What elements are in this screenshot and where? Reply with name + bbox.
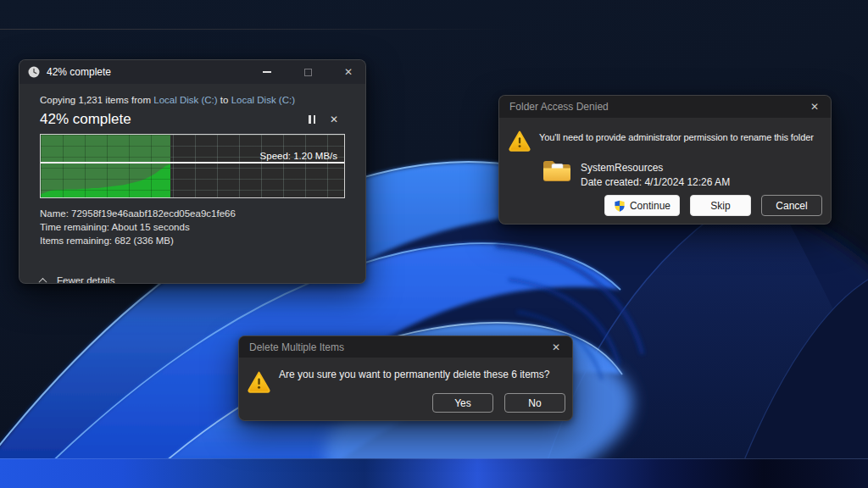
skip-button[interactable]: Skip xyxy=(690,195,751,216)
wallpaper-bottom-band xyxy=(0,458,868,488)
close-button[interactable]: ✕ xyxy=(798,96,831,118)
source-disk-label: Local Disk (C:) xyxy=(153,95,217,105)
fewer-details-label: Fewer details xyxy=(57,275,114,284)
minimize-button[interactable] xyxy=(250,60,284,84)
no-button[interactable]: No xyxy=(504,393,565,413)
detail-time-remaining: Time remaining: About 15 seconds xyxy=(40,220,345,234)
copy-titlebar[interactable]: 42% complete ✕ xyxy=(19,60,365,84)
window-title: Delete Multiple Items xyxy=(249,341,344,353)
copy-status-line: Copying 1,231 items from Local Disk (C:)… xyxy=(40,95,345,105)
folder-date-created: Date created: 4/1/2024 12:26 AM xyxy=(581,176,730,188)
permission-message: You'll need to provide administrator per… xyxy=(539,132,814,142)
warning-icon xyxy=(248,370,270,393)
folder-titlebar[interactable]: Folder Access Denied ✕ xyxy=(499,96,831,118)
delete-body: Are you sure you want to permanently del… xyxy=(239,358,572,421)
chart-reference-line xyxy=(41,162,344,164)
folder-body: You'll need to provide administrator per… xyxy=(499,118,831,225)
close-button[interactable]: ✕ xyxy=(331,60,365,84)
maximize-icon xyxy=(304,69,312,76)
chevron-up-icon xyxy=(39,277,47,284)
continue-label: Continue xyxy=(630,200,670,212)
desktop: 42% complete ✕ Copying 1,231 items from … xyxy=(0,0,868,488)
pause-icon xyxy=(309,115,315,124)
delete-confirm-window: Delete Multiple Items ✕ Are you sure you… xyxy=(238,336,573,421)
cancel-label: Cancel xyxy=(776,200,807,212)
close-icon: ✕ xyxy=(810,102,819,112)
progress-heading: 42% complete xyxy=(40,111,301,128)
uac-shield-icon xyxy=(614,200,626,212)
fewer-details-toggle[interactable]: Fewer details xyxy=(40,275,114,284)
close-icon: ✕ xyxy=(344,67,353,77)
yes-label: Yes xyxy=(454,397,471,409)
folder-access-denied-window: Folder Access Denied ✕ You'll need to pr… xyxy=(498,95,832,225)
folder-name: SystemResources xyxy=(581,162,663,174)
window-title: Folder Access Denied xyxy=(509,101,609,113)
cancel-copy-button[interactable]: ✕ xyxy=(323,111,345,128)
minimize-icon xyxy=(263,71,271,73)
copy-line-connector: to xyxy=(218,95,231,105)
window-title: 42% complete xyxy=(47,66,111,78)
copy-progress-window: 42% complete ✕ Copying 1,231 items from … xyxy=(19,59,366,284)
destination-disk-label: Local Disk (C:) xyxy=(231,95,295,105)
pause-button[interactable] xyxy=(301,111,323,128)
detail-items-remaining: Items remaining: 682 (336 MB) xyxy=(40,234,345,247)
detail-name: Name: 72958f19e46aabf182ecd05ea9c1fe66 xyxy=(40,207,345,220)
yes-button[interactable]: Yes xyxy=(432,393,493,413)
folder-icon xyxy=(542,158,572,183)
delete-confirm-message: Are you sure you want to permanently del… xyxy=(279,369,550,380)
continue-button[interactable]: Continue xyxy=(604,195,680,216)
transfer-speed-chart: Speed: 1.20 MB/s xyxy=(40,134,345,198)
clock-icon xyxy=(28,66,40,78)
delete-titlebar[interactable]: Delete Multiple Items ✕ xyxy=(239,336,572,358)
maximize-button[interactable] xyxy=(291,60,325,84)
close-button[interactable]: ✕ xyxy=(540,336,572,358)
speed-label: Speed: 1.20 MB/s xyxy=(260,151,337,161)
speed-area xyxy=(41,135,170,197)
close-icon: ✕ xyxy=(552,342,560,352)
horizon-seam xyxy=(0,29,542,30)
skip-label: Skip xyxy=(710,200,730,212)
chart-progress-fill xyxy=(41,135,170,197)
copy-line-prefix: Copying 1,231 items from xyxy=(40,95,153,105)
warning-icon xyxy=(509,130,531,152)
no-label: No xyxy=(528,397,541,409)
cancel-icon: ✕ xyxy=(330,114,338,125)
cancel-button[interactable]: Cancel xyxy=(761,195,822,216)
copy-body: Copying 1,231 items from Local Disk (C:)… xyxy=(19,95,365,284)
